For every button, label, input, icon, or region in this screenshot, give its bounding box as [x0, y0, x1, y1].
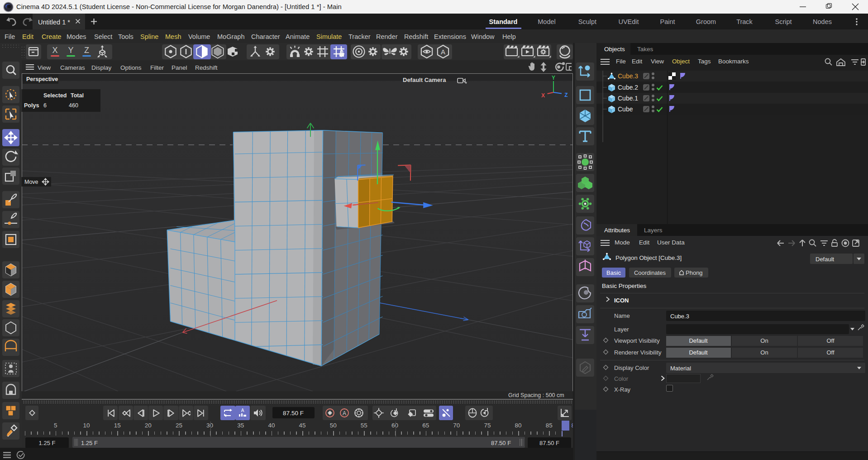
svg-text:Z: Z — [564, 92, 568, 98]
svg-text:X: X — [541, 92, 545, 99]
svg-text:A: A — [241, 408, 244, 413]
svg-text:Y: Y — [552, 75, 555, 81]
svg-text:A: A — [441, 48, 445, 56]
svg-text:A: A — [343, 410, 346, 416]
